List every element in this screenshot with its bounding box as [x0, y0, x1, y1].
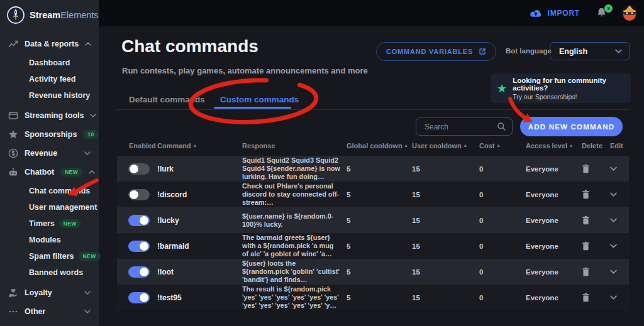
- edit-expand-icon[interactable]: [610, 244, 617, 248]
- command-variables-button[interactable]: COMMAND VARIABLES: [376, 42, 496, 61]
- monitor-icon: [8, 111, 18, 121]
- sidebar-item-chatbot[interactable]: ChatbotNEW: [0, 163, 99, 182]
- bot-language-label: Bot language: [506, 47, 552, 55]
- command-response: Squid1 Squid2 Squid3 Squid2 Squid4 ${sen…: [242, 156, 347, 180]
- search-icon: [497, 122, 506, 131]
- toggle-knob: [140, 268, 148, 276]
- chevron-down-icon: [615, 49, 622, 53]
- streamelements-app: IMPORT 3: [0, 0, 644, 326]
- command-name: !test95: [157, 293, 242, 302]
- cost-value: 0: [479, 268, 526, 276]
- delete-icon[interactable]: [582, 241, 590, 251]
- cost-value: 0: [479, 294, 526, 302]
- delete-icon[interactable]: [582, 215, 590, 225]
- edit-expand-icon[interactable]: [610, 218, 617, 222]
- enabled-toggle[interactable]: [128, 189, 150, 200]
- enabled-toggle[interactable]: [128, 266, 150, 278]
- column-header-access-level[interactable]: Access level▴: [526, 142, 582, 149]
- global-cooldown-value: 5: [347, 217, 412, 224]
- access-level-value: Everyone: [526, 268, 582, 276]
- sidebar-item-revenue-history[interactable]: Revenue history: [0, 87, 99, 104]
- delete-icon[interactable]: [582, 293, 590, 302]
- sidebar-item-timers[interactable]: TimersNEW: [0, 215, 99, 232]
- edit-expand-icon[interactable]: [610, 295, 617, 300]
- sidebar-item-user-management[interactable]: User management: [0, 199, 99, 215]
- badge: 10: [83, 130, 98, 139]
- chevron-down-icon: [90, 114, 96, 117]
- command-name: !lurk: [157, 165, 242, 173]
- star-icon: [8, 129, 18, 139]
- global-cooldown-value: 5: [347, 242, 412, 250]
- command-response: ${user.name} is ${random.0-100}% lucky.: [242, 212, 347, 228]
- enabled-toggle[interactable]: [128, 215, 150, 226]
- access-level-value: Everyone: [526, 217, 582, 224]
- enabled-toggle[interactable]: [128, 163, 150, 175]
- sidebar-item-dashboard[interactable]: Dashboard: [0, 55, 99, 71]
- chevron-up-icon: [85, 42, 91, 46]
- brand-logo[interactable]: StreamElements: [0, 0, 99, 28]
- table-header: EnabledCommand▴ResponseGlobal cooldown▴U…: [117, 142, 629, 149]
- column-header-delete: Delete: [582, 142, 610, 149]
- cost-value: 0: [479, 191, 526, 198]
- column-header-user-cooldown[interactable]: User cooldown▴: [412, 142, 479, 149]
- column-header-enabled: Enabled: [117, 142, 157, 149]
- sidebar-item-other[interactable]: Other: [0, 302, 99, 321]
- tab-custom-commands[interactable]: Custom commands: [220, 95, 299, 104]
- sidebar-item-banned-words[interactable]: Banned words: [0, 264, 99, 281]
- table-row[interactable]: !discord Check out Phlare's personal dis…: [117, 182, 629, 207]
- sidebar-item-loyalty[interactable]: Loyalty: [0, 283, 99, 302]
- active-tab-underline: [214, 107, 291, 109]
- edit-expand-icon[interactable]: [610, 166, 617, 171]
- global-cooldown-value: 5: [347, 294, 412, 302]
- global-cooldown-value: 5: [347, 191, 412, 198]
- chevron-up-icon: [89, 170, 95, 174]
- delete-icon[interactable]: [582, 190, 590, 199]
- sidebar-item-activity-feed[interactable]: Activity feed: [0, 71, 99, 87]
- sponsorships-banner[interactable]: ★ Looking for fun community activities? …: [491, 73, 631, 103]
- command-response: The result is ${random.pick 'yes' 'yes' …: [242, 285, 347, 309]
- search-input[interactable]: [423, 122, 497, 132]
- robot-icon: [8, 167, 18, 177]
- dollar-icon: [8, 148, 18, 158]
- column-header-global-cooldown[interactable]: Global cooldown▴: [347, 142, 412, 149]
- user-avatar[interactable]: [621, 5, 638, 21]
- sidebar-item-revenue[interactable]: Revenue: [0, 144, 99, 163]
- notifications-bell[interactable]: 3: [596, 7, 609, 19]
- edit-expand-icon[interactable]: [610, 269, 617, 274]
- table-row[interactable]: !barmaid The barmaid greets ${user} with…: [117, 233, 629, 259]
- delete-icon[interactable]: [582, 267, 590, 276]
- enabled-toggle[interactable]: [128, 241, 150, 252]
- access-level-value: Everyone: [526, 294, 582, 302]
- analytics-icon: [8, 39, 18, 49]
- delete-icon[interactable]: [582, 164, 590, 173]
- chevron-down-icon: [84, 310, 91, 313]
- sidebar-item-data-reports[interactable]: Data & reports: [0, 35, 99, 53]
- edit-expand-icon[interactable]: [610, 192, 617, 197]
- dots-icon: [8, 307, 18, 317]
- global-cooldown-value: 5: [347, 165, 412, 173]
- toggle-knob: [140, 293, 148, 302]
- column-header-command[interactable]: Command▴: [157, 142, 242, 149]
- sidebar-item-spam-filters[interactable]: Spam filtersNEW: [0, 248, 99, 264]
- sidebar-item-modules[interactable]: Modules: [0, 232, 99, 248]
- sidebar-item-chat-commands[interactable]: Chat commands: [0, 183, 99, 199]
- user-cooldown-value: 15: [412, 191, 479, 198]
- star-icon: ★: [497, 83, 507, 94]
- cost-value: 0: [479, 165, 526, 173]
- tab-default-commands[interactable]: Default commands: [129, 95, 205, 104]
- table-row[interactable]: !lurk Squid1 Squid2 Squid3 Squid2 Squid4…: [117, 156, 629, 182]
- enabled-toggle[interactable]: [128, 292, 150, 303]
- table-row[interactable]: !loot ${user} loots the ${random.pick 'g…: [117, 259, 629, 285]
- add-new-command-button[interactable]: ADD NEW COMMAND: [520, 117, 623, 136]
- command-name: !barmaid: [157, 242, 242, 251]
- sidebar-item-streaming-tools[interactable]: Streaming tools: [0, 106, 99, 125]
- column-header-cost[interactable]: Cost▴: [479, 142, 526, 149]
- sidebar-item-sponsorships[interactable]: Sponsorships10: [0, 125, 99, 144]
- user-cooldown-value: 15: [412, 217, 479, 224]
- table-row[interactable]: !lucky ${user.name} is ${random.0-100}% …: [117, 207, 629, 233]
- bot-language-select[interactable]: English: [550, 42, 630, 60]
- toggle-knob: [130, 190, 138, 199]
- table-row[interactable]: !test95 The result is ${random.pick 'yes…: [117, 285, 629, 310]
- global-cooldown-value: 5: [347, 268, 412, 276]
- import-button[interactable]: IMPORT: [525, 8, 584, 19]
